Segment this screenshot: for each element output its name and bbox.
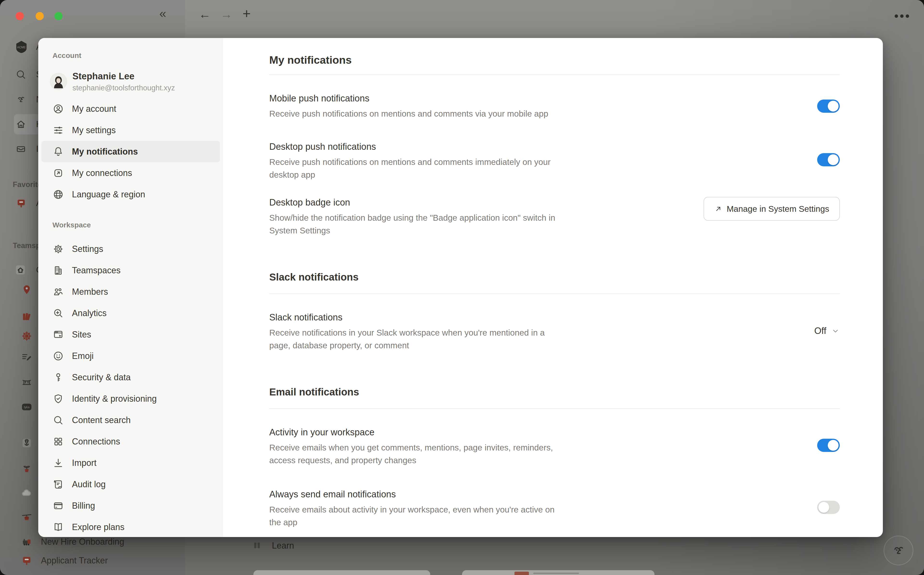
setting-row-text: Slack notificationsReceive notifications… <box>269 311 545 352</box>
workspace-section-label: Workspace <box>53 221 223 229</box>
bg-item-pin-icon[interactable] <box>21 280 33 300</box>
building-icon <box>53 265 64 276</box>
card-thumbnail <box>515 572 529 575</box>
learn-label: Learn <box>272 541 294 551</box>
settings-nav-label: Members <box>72 287 108 297</box>
workspace-items: SettingsTeamspacesMembersAnalyticsSitesE… <box>38 238 223 537</box>
settings-nav-settings[interactable]: Settings <box>41 238 220 260</box>
setting-row-desktop-push-notifications: Desktop push notificationsReceive push n… <box>269 141 840 181</box>
settings-nav-language-region[interactable]: Language & region <box>41 184 220 205</box>
settings-nav-import[interactable]: Import <box>41 452 220 473</box>
close-button[interactable] <box>16 12 24 20</box>
mobile-push-notifications-toggle[interactable] <box>817 100 840 113</box>
settings-nav-identity-provisioning[interactable]: Identity & provisioning <box>41 388 220 409</box>
home-box-icon <box>14 264 27 276</box>
notion-ai-button[interactable] <box>884 535 913 565</box>
settings-nav-label: Security & data <box>72 372 131 383</box>
settings-nav-label: Analytics <box>72 308 107 318</box>
learn-card[interactable] <box>462 570 655 575</box>
lyka-icon: lyka <box>21 401 33 413</box>
new-tab-icon[interactable]: + <box>242 5 251 21</box>
settings-nav-emoji[interactable]: Emoji <box>41 345 220 367</box>
toggle-knob <box>828 101 839 111</box>
settings-nav-security-data[interactable]: Security & data <box>41 367 220 388</box>
settings-nav-connections[interactable]: Connections <box>41 431 220 452</box>
settings-nav-my-settings[interactable]: My settings <box>41 119 220 141</box>
settings-nav-label: My settings <box>72 125 116 135</box>
bg-item-bridge-icon[interactable] <box>21 372 33 392</box>
activity-in-your-workspace-toggle[interactable] <box>817 439 840 452</box>
manage-in-system-settings-button[interactable]: Manage in System Settings <box>704 197 840 221</box>
account-items: My accountMy settingsMy notificationsMy … <box>38 98 223 205</box>
bg-item-wheel-icon[interactable] <box>21 326 33 346</box>
settings-nav-analytics[interactable]: Analytics <box>41 302 220 324</box>
locomotive-icon <box>21 536 33 548</box>
compose-icon <box>21 351 33 364</box>
setting-row-always-send-email-notifications: Always send email notificationsReceive e… <box>269 488 840 529</box>
setting-description: Receive push notifications on mentions a… <box>269 156 551 181</box>
arrow-box-icon <box>53 168 64 179</box>
zoom-button[interactable] <box>54 12 62 20</box>
more-options-icon[interactable] <box>895 14 909 18</box>
settings-nav-label: Audit log <box>72 479 106 489</box>
globe-icon <box>53 189 64 200</box>
settings-nav-label: Identity & provisioning <box>72 394 157 404</box>
account-user[interactable]: Stephanie Lee stephanie@toolsforthought.… <box>50 71 223 92</box>
settings-nav-teamspaces[interactable]: Teamspaces <box>41 260 220 281</box>
bg-item-cloud-icon[interactable] <box>21 483 33 503</box>
back-icon[interactable]: ← <box>199 7 211 21</box>
learn-card[interactable] <box>253 570 430 575</box>
settings-nav-label: Language & region <box>72 189 145 200</box>
sites-icon <box>53 329 64 340</box>
settings-nav-audit-log[interactable]: Audit log <box>41 473 220 495</box>
always-send-email-notifications-toggle[interactable] <box>817 501 840 514</box>
smiley-icon <box>53 351 64 362</box>
setting-title: Always send email notifications <box>269 488 554 500</box>
settings-nav-billing[interactable]: Billing <box>41 495 220 516</box>
settings-nav-my-connections[interactable]: My connections <box>41 162 220 184</box>
settings-nav-label: Teamspaces <box>72 265 121 275</box>
setting-description: Receive push notifications on mentions a… <box>269 107 548 120</box>
settings-nav-label: Settings <box>72 244 103 254</box>
desktop-push-notifications-toggle[interactable] <box>817 153 840 166</box>
analytics-icon <box>53 308 64 319</box>
setting-title: Mobile push notifications <box>269 92 548 104</box>
bg-item-compose-icon[interactable] <box>21 347 33 367</box>
app-window: « ← → + ACMEACMESearchNotion AIHomeInbox… <box>0 0 924 575</box>
scroll-icon <box>53 479 64 490</box>
collapse-sidebar-icon[interactable]: « <box>159 6 166 21</box>
settings-nav-members[interactable]: Members <box>41 281 220 302</box>
setting-row-text: Always send email notificationsReceive e… <box>269 488 554 529</box>
bg-item-plant-icon[interactable] <box>21 458 33 478</box>
card-icon <box>53 500 64 511</box>
setting-description: Receive emails about activity in your wo… <box>269 503 554 529</box>
settings-nav-label: My account <box>72 104 116 114</box>
section-heading: Email notifications <box>269 385 840 399</box>
settings-nav-content-search[interactable]: Content search <box>41 409 220 431</box>
bg-item-books-icon[interactable] <box>21 307 33 327</box>
setting-row-activity-in-your-workspace: Activity in your workspaceReceive emails… <box>269 426 840 467</box>
bg-item-cablecar-icon[interactable] <box>21 508 33 528</box>
bg-item-lyka-icon[interactable]: lyka <box>21 397 33 417</box>
settings-nav-sites[interactable]: Sites <box>41 324 220 345</box>
learn-section[interactable]: Learn <box>252 540 294 551</box>
setting-title: Activity in your workspace <box>269 426 553 438</box>
bg-item-applicant-tracker[interactable]: Applicant Tracker <box>21 551 108 571</box>
forward-icon[interactable]: → <box>220 7 233 21</box>
key-icon <box>53 372 64 383</box>
slack-notifications-dropdown[interactable]: Off <box>814 326 840 336</box>
gear-icon <box>53 243 64 254</box>
settings-nav-label: Billing <box>72 501 95 511</box>
user-email: stephanie@toolsforthought.xyz <box>72 84 175 92</box>
chevron-down-icon <box>831 327 840 335</box>
setting-title: Desktop badge icon <box>269 196 555 208</box>
section-slack-notifications: Slack notificationsSlack notificationsRe… <box>269 270 840 352</box>
setting-description: Receive notifications in your Slack work… <box>269 326 545 352</box>
card-text-line <box>533 573 579 574</box>
settings-nav-my-notifications[interactable]: My notifications <box>41 141 220 162</box>
sliders-icon <box>53 125 64 136</box>
settings-nav-explore-plans[interactable]: Explore plans <box>41 516 220 537</box>
minimize-button[interactable] <box>36 12 44 20</box>
settings-nav-my-account[interactable]: My account <box>41 98 220 119</box>
button-label: Manage in System Settings <box>727 204 829 214</box>
